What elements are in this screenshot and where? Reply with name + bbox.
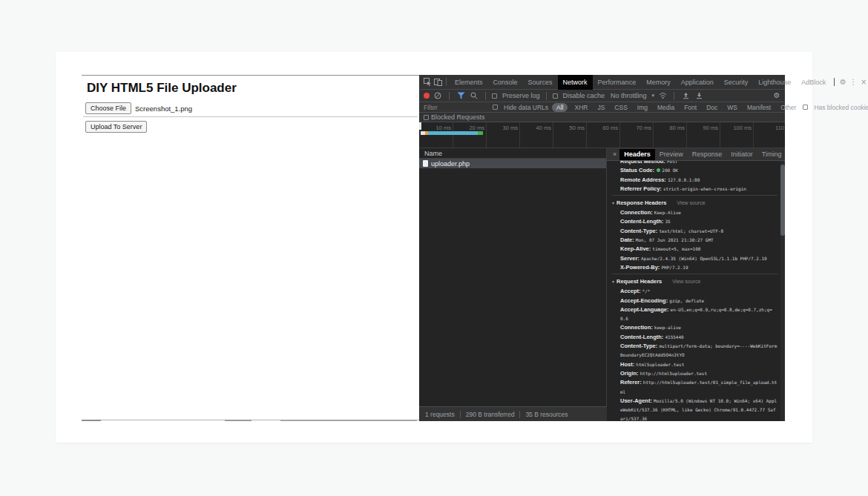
filter-chip-all[interactable]: All [552,103,568,112]
separator [546,92,547,100]
throttling-select[interactable]: No throttling [611,92,647,99]
export-har-icon[interactable] [694,90,704,101]
resources-size: 35 B resources [525,411,568,418]
timeline-overview[interactable]: 10 ms 20 ms 30 ms 40 ms 50 ms 60 ms 70 m… [419,122,785,148]
devtools-tabbar: Elements Console Sources Network Perform… [419,75,785,90]
header-line: Remote Address: 127.0.0.1:80 [612,176,777,185]
header-line: Content-Length: 4155440 [612,333,777,342]
tab-network[interactable]: Network [558,75,593,90]
timeline-tick: 40 ms [536,125,551,131]
filter-chip-manifest[interactable]: Manifest [744,104,774,111]
waterfall-bar-download [428,131,478,135]
filter-funnel-icon[interactable] [456,90,466,101]
separator [834,78,835,86]
view-source-link[interactable]: View source [672,279,700,284]
preserve-log-label: Preserve log [502,92,540,99]
header-line: Date: Mon, 07 Jun 2021 21:30:27 GMT [612,236,777,245]
timeline-tick: 60 ms [603,125,618,131]
timeline-tick: 20 ms [470,125,484,131]
import-har-icon[interactable] [680,90,691,101]
table-row[interactable]: uploader.php [419,159,606,168]
header-line: Keep-Alive: timeout=5, max=100 [612,245,777,254]
request-count: 1 requests [425,411,455,418]
filter-chip-other[interactable]: Other [777,104,799,111]
tab-memory[interactable]: Memory [641,75,676,90]
tab-headers[interactable]: Headers [619,149,655,160]
scrollbar-thumb[interactable] [780,165,785,236]
status-ok-icon [657,168,660,172]
more-menu-icon[interactable]: ⋮ [848,77,858,87]
upload-button[interactable]: Upload To Server [85,121,147,133]
timeline-scrub-handle[interactable] [419,122,421,130]
close-details-icon[interactable]: × [610,151,619,158]
tab-timing[interactable]: Timing [757,149,786,160]
tab-console[interactable]: Console [488,75,523,90]
header-line: Accept-Language: en-US,en;q=0.9,ru;q=0.8… [612,305,777,324]
choose-file-button[interactable]: Choose File [85,102,131,114]
headers-content: Request Method: POST Status Code:200 OK … [607,161,780,421]
tab-preview[interactable]: Preview [655,149,688,160]
tab-application[interactable]: Application [676,75,719,90]
network-conditions-icon[interactable] [657,90,668,101]
network-status-bar: 1 requests 290 B transferred 35 B resour… [419,406,607,421]
header-line: User-Agent: Mozilla/5.0 (Windows NT 10.0… [612,397,777,421]
has-blocked-cookies-checkbox[interactable] [803,105,808,110]
tab-performance[interactable]: Performance [593,75,642,90]
settings-gear-icon[interactable]: ⚙ [838,77,848,87]
header-line: Content-Type: text/html; charset=UTF-8 [612,227,777,236]
disable-cache-checkbox[interactable] [553,93,558,99]
tab-security[interactable]: Security [719,75,754,90]
horizontal-scrollbar[interactable] [82,419,419,422]
timeline-tick: 50 ms [570,125,585,131]
blocked-requests-label: Blocked Requests [431,113,485,121]
inspect-icon[interactable] [422,77,433,87]
separator [674,92,674,100]
view-source-link[interactable]: View source [677,200,706,205]
header-line: Content-Length: 35 [612,217,777,226]
timeline-tick: 10 ms [436,125,451,131]
filter-chip-js[interactable]: JS [594,104,608,111]
response-headers-section[interactable]: ▾Response HeadersView source [612,195,777,208]
filter-chip-doc[interactable]: Doc [703,104,720,111]
record-icon[interactable] [424,93,430,99]
timeline-tick: 70 ms [637,125,651,131]
column-header-name[interactable]: Name [419,148,606,159]
search-icon[interactable] [469,90,479,101]
blocked-requests-checkbox[interactable] [424,115,429,120]
selected-file-name: Screenshot_1.png [135,105,192,113]
tab-response[interactable]: Response [688,149,727,160]
request-headers-section[interactable]: ▾Request HeadersView source [612,274,777,287]
section-title: Request Headers [617,278,662,285]
webpage-pane: DIY HTML5 File Uploader Choose File Scre… [82,75,419,421]
header-line: Host: html5uploader.test [612,360,777,369]
header-line: Origin: http://html5uploader.test [612,369,777,378]
disclosure-triangle-icon: ▾ [612,279,614,284]
tab-lighthouse[interactable]: Lighthouse [753,75,796,90]
network-toolbar: Preserve log Disable cache No throttling… [419,90,785,102]
tab-initiator[interactable]: Initiator [726,149,757,160]
close-devtools-icon[interactable]: × [858,77,868,87]
filter-chip-img[interactable]: Img [634,104,651,111]
clear-icon[interactable] [433,90,443,101]
filter-chip-css[interactable]: CSS [611,104,630,111]
network-settings-gear-icon[interactable]: ⚙ [772,90,782,101]
preserve-log-checkbox[interactable] [492,93,497,99]
separator [519,411,520,418]
hide-data-urls-checkbox[interactable] [493,105,498,110]
filter-input[interactable]: Filter [424,104,489,111]
filter-chip-font[interactable]: Font [681,104,700,111]
device-toolbar-icon[interactable] [433,77,443,87]
timeline-tick: 90 ms [703,125,718,131]
waterfall-bar-end [478,131,483,135]
filter-bar: Filter Hide data URLs All XHR JS CSS Img… [419,102,785,113]
header-line: Request Method: POST [612,161,777,166]
hide-data-urls-label: Hide data URLs [504,104,548,111]
filter-chip-ws[interactable]: WS [724,104,740,111]
tab-adblock[interactable]: AdBlock [796,75,831,90]
filter-chip-xhr[interactable]: XHR [571,104,591,111]
filter-chip-media[interactable]: Media [654,104,677,111]
tab-sources[interactable]: Sources [523,75,558,90]
details-scrollbar[interactable] [780,161,785,421]
tab-elements[interactable]: Elements [450,75,488,90]
chevron-down-icon: ▾ [652,93,655,99]
